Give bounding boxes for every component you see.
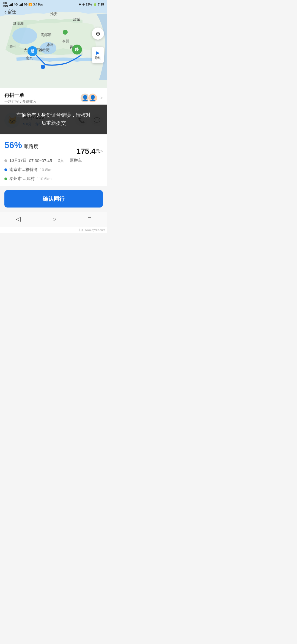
avatar-group: 👤 👤	[80, 93, 98, 103]
map-container[interactable]: 淮安 盐城 洪泽湖 高邮湖 滁州 扬州 泰州 南京 禅师村 大地·伊丽雅特湾 起…	[0, 0, 107, 88]
trip-separator-2: ·	[66, 158, 67, 163]
battery-icon: 🔋	[93, 3, 97, 6]
navigation-button[interactable]: ▶ 导航	[92, 47, 104, 63]
avatar-2: 👤	[88, 93, 98, 103]
price-unit: 元	[96, 149, 100, 154]
trip-date: 10月17日	[9, 158, 27, 163]
carrier-4g-2: 4G	[24, 3, 28, 6]
start-marker: 起	[28, 46, 37, 56]
price-chevron[interactable]: >	[100, 149, 103, 154]
error-toast: 车辆所有人身份证号错误，请核对后重新提交	[0, 105, 107, 134]
nav-home[interactable]: ○	[52, 215, 56, 223]
error-message: 车辆所有人身份证号错误，请核对后重新提交	[16, 112, 91, 126]
location-icon: ⊙	[82, 3, 85, 6]
map-label-yancheng: 盐城	[73, 17, 80, 22]
percent-label: 顺路度	[24, 143, 38, 150]
speed-indicator: 3.4 K/s	[33, 3, 43, 6]
trip-time: 07:30~07:45	[29, 158, 52, 163]
bluetooth-icon: ✱	[79, 3, 81, 6]
carrier-4g-1: 4G	[14, 3, 18, 6]
trip-time-row: 10月17日 07:30~07:45 · 2人 · 愿拼车	[4, 158, 103, 163]
nav-arrow-icon: ▶	[96, 50, 100, 55]
status-left: HDHD₂ 4G 4G 📶 3.4 K/s	[3, 2, 43, 7]
banner-right[interactable]: 👤 👤 >	[80, 93, 103, 103]
origin-dist: 10.8km	[40, 168, 53, 172]
dot-gray-1	[4, 159, 7, 162]
status-right: ✱ ⊙ 23% 🔋 7:25	[79, 3, 104, 6]
trip-passengers: 2人	[57, 158, 64, 163]
banner-subtitle: 一趟行程，多份收入	[4, 99, 37, 104]
time-display: 7:25	[98, 3, 104, 6]
percent-num: 56%	[4, 140, 22, 150]
dot-blue-1	[4, 168, 7, 171]
watermark: 来源: www.eycen.com	[0, 227, 107, 233]
trip-meta: 10月17日 07:30~07:45 · 2人 · 愿拼车 南京市...雅特湾 …	[4, 158, 103, 181]
map-label-chuzhou: 滁州	[9, 44, 16, 49]
back-arrow-icon: ‹	[4, 9, 6, 15]
trip-carpool: 愿拼车	[70, 158, 82, 163]
signal-bars-2	[19, 3, 23, 6]
map-label-huaian: 淮安	[50, 12, 57, 17]
origin-row: 南京市...雅特湾 10.8km	[4, 167, 103, 172]
origin-name: 南京市...雅特湾	[9, 167, 38, 172]
location-button[interactable]: ⊕	[92, 28, 104, 40]
battery-level: 23%	[86, 3, 92, 6]
location-center-icon: ⊕	[96, 30, 100, 37]
destination-dist: 110.6km	[37, 177, 52, 181]
nav-square[interactable]: □	[88, 215, 91, 223]
watermark-text: 来源: www.eycen.com	[78, 228, 105, 231]
position-dot	[41, 65, 45, 69]
destination-name: 泰州市·...师村	[9, 176, 35, 181]
nav-label: 导航	[95, 56, 101, 60]
status-bar: HDHD₂ 4G 4G 📶 3.4 K/s ✱ ⊙ 23% 🔋 7:25	[0, 0, 107, 8]
nav-back[interactable]: ◁	[16, 215, 21, 223]
map-label-yangzhou: 扬州	[46, 42, 53, 47]
bottom-nav: ◁ ○ □	[0, 212, 107, 227]
wifi-icon: 📶	[28, 3, 32, 6]
map-label-gaoyou: 高邮湖	[41, 32, 51, 37]
dot-green-1	[4, 178, 7, 180]
waypoint-dot	[63, 30, 68, 35]
route-detail: 56% 顺路度 175.4 元 > 10月17日 07:30~07:45 · 2…	[0, 135, 107, 186]
back-button[interactable]: ‹ 宿迁	[4, 9, 16, 15]
price-value: 175.4	[76, 147, 96, 156]
svg-point-1	[12, 28, 37, 44]
trip-separator-1: ·	[54, 158, 55, 163]
banner-title: 再拼一单	[4, 92, 37, 99]
banner-text: 再拼一单 一趟行程，多份收入	[4, 92, 37, 104]
map-label-hongze: 洪泽湖	[13, 21, 24, 26]
carrier-hd: HDHD₂	[3, 2, 8, 7]
signal-bars-1	[9, 3, 13, 6]
destination-row: 泰州市·...师村 110.6km	[4, 176, 103, 181]
end-marker: 终	[72, 45, 82, 54]
map-label-nanjing: 南京	[26, 56, 33, 61]
back-label: 宿迁	[7, 9, 16, 15]
map-label-taizhou: 泰州	[62, 39, 69, 44]
confirm-button[interactable]: 确认同行	[4, 190, 103, 208]
banner-chevron[interactable]: >	[100, 95, 103, 101]
